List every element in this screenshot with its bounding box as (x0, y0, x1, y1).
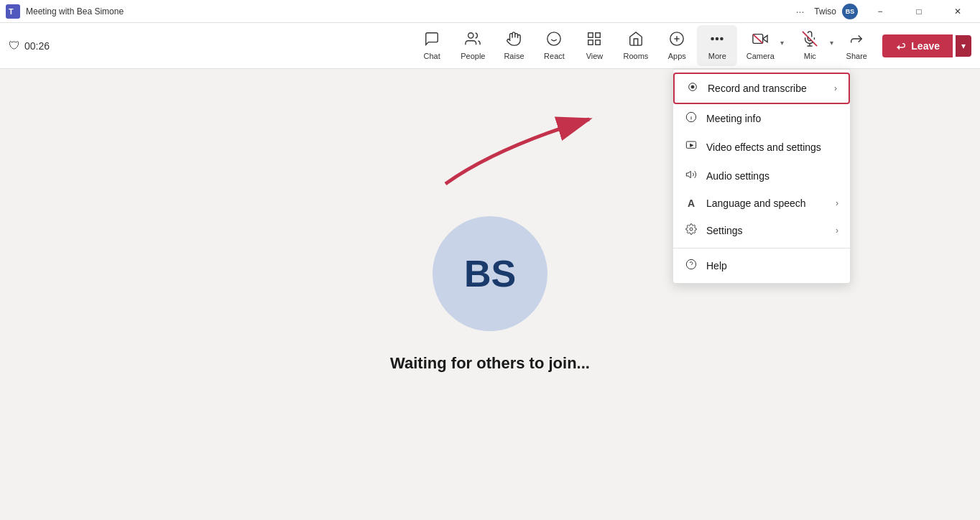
toolbar: 🛡 00:26 Chat People Raise React (0, 23, 980, 69)
svg-point-14 (716, 38, 718, 40)
apps-button[interactable]: Apps (657, 25, 697, 66)
avatar-initials: BS (464, 252, 516, 295)
rooms-label: Rooms (623, 52, 648, 60)
camera-button[interactable]: Camera (737, 25, 777, 66)
avatar: BS (433, 216, 547, 331)
menu-item-meetinginfo[interactable]: Meeting info (673, 104, 850, 133)
svg-point-2 (468, 33, 473, 38)
record-arrow-icon: › (834, 83, 837, 93)
people-icon (465, 31, 481, 50)
close-button[interactable]: ✕ (941, 0, 974, 23)
mic-dropdown-arrow[interactable]: ▾ (827, 39, 836, 47)
record-label: Record and transcribe (708, 83, 834, 94)
chat-label: Chat (424, 52, 440, 60)
raise-icon (506, 31, 522, 50)
svg-rect-9 (588, 40, 593, 45)
svg-rect-8 (596, 40, 600, 45)
apps-label: Apps (668, 52, 686, 60)
svg-text:T: T (9, 7, 14, 16)
videoeffects-label: Video effects and settings (706, 141, 838, 153)
raise-label: Raise (504, 52, 524, 60)
language-arrow-icon: › (836, 198, 838, 208)
svg-point-30 (690, 228, 693, 231)
call-timer: 00:26 (24, 40, 50, 52)
title-bar: T Meeting with Bea Simone ··· Twiso BS −… (0, 0, 980, 23)
camera-icon (752, 31, 768, 50)
svg-point-23 (691, 85, 694, 88)
people-button[interactable]: People (452, 25, 494, 66)
more-dots-titlebar[interactable]: ··· (792, 4, 809, 19)
maximize-button[interactable]: □ (902, 0, 935, 23)
share-icon (849, 31, 864, 50)
help-icon (685, 259, 698, 273)
mic-icon (802, 31, 818, 50)
dropdown-menu: Record and transcribe › Meeting info Vid… (672, 69, 851, 284)
svg-marker-29 (686, 171, 690, 177)
people-label: People (461, 52, 485, 60)
audiosettings-icon (685, 169, 698, 183)
minimize-button[interactable]: − (864, 0, 897, 23)
record-icon (686, 81, 699, 96)
svg-rect-6 (588, 33, 593, 37)
leave-button[interactable]: Leave (882, 34, 953, 57)
more-button[interactable]: More (697, 25, 737, 66)
settings-arrow-icon: › (836, 226, 838, 236)
waiting-text: Waiting for others to join... (390, 354, 590, 373)
help-label: Help (706, 260, 838, 271)
svg-point-31 (686, 259, 695, 269)
menu-item-record[interactable]: Record and transcribe › (673, 73, 850, 104)
mic-button[interactable]: Mic (787, 25, 827, 66)
meetinginfo-label: Meeting info (706, 113, 838, 124)
window-title: Meeting with Bea Simone (26, 6, 792, 17)
videoeffects-icon (685, 140, 698, 154)
user-avatar-titlebar: BS (842, 4, 858, 19)
mic-label: Mic (804, 52, 816, 60)
leave-dropdown-arrow[interactable]: ▾ (956, 35, 971, 57)
apps-icon (669, 31, 685, 50)
menu-item-help[interactable]: Help (673, 251, 850, 280)
chat-icon (424, 31, 440, 50)
camera-dropdown-arrow[interactable]: ▾ (777, 39, 787, 47)
chat-button[interactable]: Chat (412, 25, 452, 66)
react-button[interactable]: React (534, 25, 574, 66)
view-icon (586, 31, 602, 50)
menu-divider (673, 248, 850, 249)
raise-button[interactable]: Raise (494, 25, 534, 66)
rooms-button[interactable]: Rooms (614, 25, 657, 66)
svg-point-13 (712, 38, 714, 40)
share-label: Share (846, 52, 867, 60)
svg-line-17 (753, 34, 763, 44)
shield-icon: 🛡 (9, 40, 20, 52)
react-label: React (544, 52, 565, 60)
menu-item-language[interactable]: A Language and speech › (673, 190, 850, 216)
language-icon: A (685, 198, 698, 209)
more-icon (709, 31, 725, 50)
menu-item-audiosettings[interactable]: Audio settings (673, 162, 850, 190)
teams-logo-icon: T (6, 4, 20, 19)
red-arrow-pointer (424, 105, 611, 191)
meetinginfo-icon (685, 111, 698, 126)
svg-marker-28 (690, 144, 693, 147)
settings-icon (685, 223, 698, 238)
menu-item-videoeffects[interactable]: Video effects and settings (673, 133, 850, 162)
audiosettings-label: Audio settings (706, 170, 838, 182)
language-label: Language and speech (706, 198, 836, 209)
svg-rect-7 (596, 33, 600, 37)
settings-label: Settings (706, 225, 836, 236)
user-name-titlebar: Twiso (814, 6, 836, 17)
camera-label: Camera (746, 52, 775, 60)
menu-item-settings[interactable]: Settings › (673, 216, 850, 245)
rooms-icon (628, 31, 644, 50)
view-label: View (586, 52, 604, 60)
react-icon (546, 31, 562, 50)
more-label: More (708, 52, 726, 60)
svg-point-15 (721, 38, 723, 40)
share-button[interactable]: Share (836, 25, 877, 66)
svg-point-3 (547, 32, 560, 45)
view-button[interactable]: View (574, 25, 614, 66)
